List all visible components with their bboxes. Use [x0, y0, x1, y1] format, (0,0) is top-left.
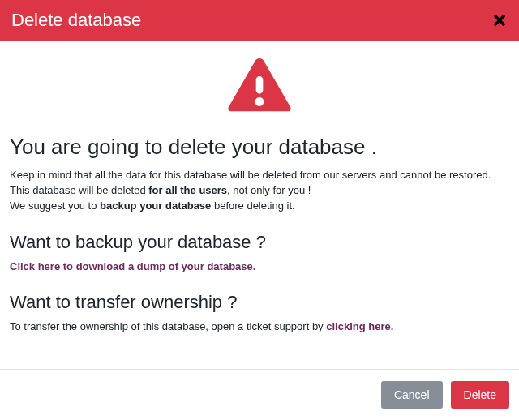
warning-text-1b: , not only for you !	[227, 184, 311, 196]
headline: You are going to delete your database .	[10, 135, 509, 160]
modal-header: Delete database	[0, 0, 519, 41]
delete-database-modal: Delete database You are going to delete …	[0, 0, 519, 420]
suggest-text-a: We suggest you to	[10, 199, 100, 212]
modal-title: Delete database	[11, 10, 141, 31]
cancel-button[interactable]: Cancel	[381, 381, 443, 409]
warning-text-1-bold: for all the users	[148, 184, 227, 196]
suggest-text-bold: backup your database	[100, 199, 211, 212]
modal-footer: Cancel Delete	[0, 369, 519, 420]
transfer-heading: Want to transfer ownership ?	[10, 292, 509, 313]
close-icon	[491, 12, 508, 28]
warning-icon-wrapper	[10, 58, 509, 115]
suggest-text-b: before deleting it.	[211, 199, 294, 212]
backup-heading: Want to backup your database ?	[10, 232, 509, 253]
warning-triangle-icon	[228, 58, 291, 115]
transfer-paragraph: To transfer the ownership of this databa…	[10, 319, 509, 335]
transfer-text-a: To transfer the ownership of this databa…	[10, 320, 326, 332]
download-dump-link[interactable]: Click here to download a dump of your da…	[10, 260, 255, 272]
open-ticket-link[interactable]: clicking here.	[326, 320, 393, 332]
modal-body: You are going to delete your database . …	[0, 41, 519, 369]
warning-paragraph: Keep in mind that all the data for this …	[10, 168, 509, 199]
delete-button[interactable]: Delete	[451, 381, 509, 409]
close-button[interactable]	[491, 12, 508, 28]
suggest-paragraph: We suggest you to backup your database b…	[10, 199, 509, 214]
backup-link-row: Click here to download a dump of your da…	[10, 259, 509, 275]
